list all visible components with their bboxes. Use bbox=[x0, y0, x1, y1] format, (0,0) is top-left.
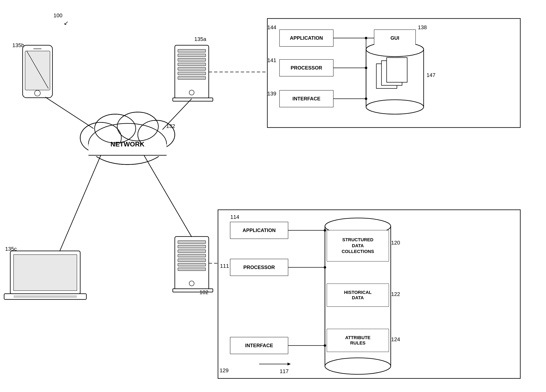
svg-rect-29 bbox=[175, 236, 209, 290]
ref-135b-label: 135b bbox=[12, 42, 24, 49]
svg-line-51 bbox=[144, 155, 192, 237]
svg-rect-44 bbox=[10, 251, 80, 294]
svg-rect-19 bbox=[175, 45, 209, 99]
svg-rect-63 bbox=[387, 58, 407, 82]
ref-124-label: 124 bbox=[391, 336, 400, 343]
ref-114-label: 114 bbox=[230, 214, 239, 220]
ref-135a-label: 135a bbox=[194, 36, 206, 42]
svg-point-60 bbox=[366, 100, 424, 114]
svg-rect-20 bbox=[178, 49, 206, 52]
svg-rect-32 bbox=[178, 250, 206, 253]
svg-rect-40 bbox=[25, 51, 50, 90]
svg-rect-35 bbox=[178, 263, 206, 266]
svg-point-83 bbox=[324, 229, 326, 232]
svg-rect-28 bbox=[173, 98, 213, 101]
svg-point-42 bbox=[35, 90, 40, 96]
svg-rect-33 bbox=[178, 254, 206, 257]
svg-rect-47 bbox=[13, 295, 77, 298]
svg-rect-21 bbox=[178, 54, 206, 57]
ref-120-label: 120 bbox=[391, 240, 400, 246]
ref-102-label: 102 bbox=[200, 289, 208, 295]
svg-point-37 bbox=[189, 281, 194, 286]
svg-rect-25 bbox=[178, 72, 206, 75]
svg-point-14 bbox=[95, 114, 136, 143]
svg-rect-36 bbox=[178, 268, 206, 271]
svg-point-8 bbox=[81, 124, 120, 153]
svg-rect-26 bbox=[178, 77, 206, 79]
svg-marker-91 bbox=[287, 363, 291, 366]
svg-rect-46 bbox=[4, 294, 86, 300]
svg-point-65 bbox=[365, 37, 367, 39]
svg-rect-30 bbox=[178, 241, 206, 243]
svg-line-49 bbox=[45, 97, 94, 129]
ref-144-label: 144 bbox=[267, 24, 276, 31]
ref-141-label: 141 bbox=[267, 57, 276, 64]
svg-rect-61 bbox=[376, 64, 397, 88]
svg-point-27 bbox=[189, 90, 194, 95]
ref-138-label: 138 bbox=[418, 24, 427, 31]
processor-bottom-box: PROCESSOR bbox=[230, 259, 288, 276]
svg-rect-58 bbox=[366, 49, 424, 107]
application-top-box: APPLICATION bbox=[280, 30, 333, 46]
svg-rect-34 bbox=[178, 259, 206, 261]
svg-rect-22 bbox=[178, 59, 206, 61]
svg-rect-43 bbox=[33, 48, 42, 49]
svg-point-72 bbox=[365, 98, 367, 100]
ref-111-label: 111 bbox=[220, 263, 229, 269]
svg-point-86 bbox=[324, 266, 326, 269]
svg-line-41 bbox=[27, 51, 48, 88]
svg-point-7 bbox=[90, 124, 166, 163]
svg-point-89 bbox=[324, 344, 326, 347]
ref-117-label: 117 bbox=[280, 368, 288, 374]
svg-point-15 bbox=[117, 112, 158, 141]
svg-point-78 bbox=[325, 358, 391, 374]
svg-rect-24 bbox=[178, 67, 206, 70]
svg-rect-23 bbox=[178, 63, 206, 66]
svg-point-9 bbox=[96, 116, 135, 143]
ref-139-label: 139 bbox=[267, 91, 276, 97]
attribute-rules-box: ATTRIBUTERULES bbox=[327, 329, 389, 352]
svg-point-10 bbox=[118, 114, 157, 141]
ref-135c-label: 135c bbox=[5, 246, 17, 252]
interface-top-box: INTERFACE bbox=[280, 91, 333, 107]
diagram: NETWORK bbox=[0, 0, 546, 392]
ref-132-label: 132 bbox=[166, 123, 175, 129]
svg-rect-39 bbox=[23, 45, 52, 98]
svg-rect-17 bbox=[88, 144, 167, 156]
ref-122-label: 122 bbox=[391, 291, 400, 297]
svg-point-12 bbox=[88, 123, 167, 164]
svg-rect-45 bbox=[13, 255, 77, 291]
gui-box: GUI bbox=[374, 30, 416, 46]
svg-rect-62 bbox=[382, 61, 402, 85]
historical-data-box: HISTORICALDATA bbox=[327, 284, 389, 307]
svg-point-69 bbox=[365, 67, 367, 69]
structured-data-box: STRUCTUREDDATACOLLECTIONS bbox=[327, 230, 389, 261]
svg-rect-31 bbox=[178, 245, 206, 248]
ref-129-label: 129 bbox=[220, 367, 228, 374]
ref-100-label: 100 bbox=[53, 12, 62, 19]
svg-point-5 bbox=[117, 112, 158, 141]
ref-147-label: 147 bbox=[427, 72, 435, 78]
svg-point-3 bbox=[80, 122, 121, 153]
application-bottom-box: APPLICATION bbox=[230, 222, 288, 239]
interface-bottom-box: INTERFACE bbox=[230, 337, 288, 354]
svg-point-2 bbox=[88, 123, 167, 164]
svg-line-50 bbox=[60, 155, 101, 251]
svg-point-13 bbox=[80, 122, 121, 153]
ref-100-arrow: ↙ bbox=[64, 20, 68, 26]
network-label: NETWORK bbox=[110, 140, 144, 148]
svg-point-4 bbox=[95, 114, 136, 143]
processor-top-box: PROCESSOR bbox=[280, 60, 333, 76]
